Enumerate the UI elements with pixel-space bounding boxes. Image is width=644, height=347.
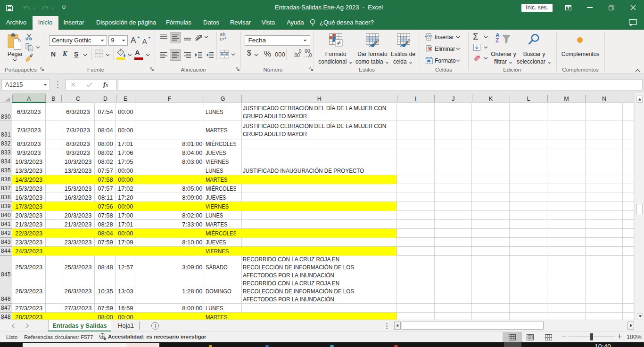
- svg-text:ab: ab: [194, 33, 203, 42]
